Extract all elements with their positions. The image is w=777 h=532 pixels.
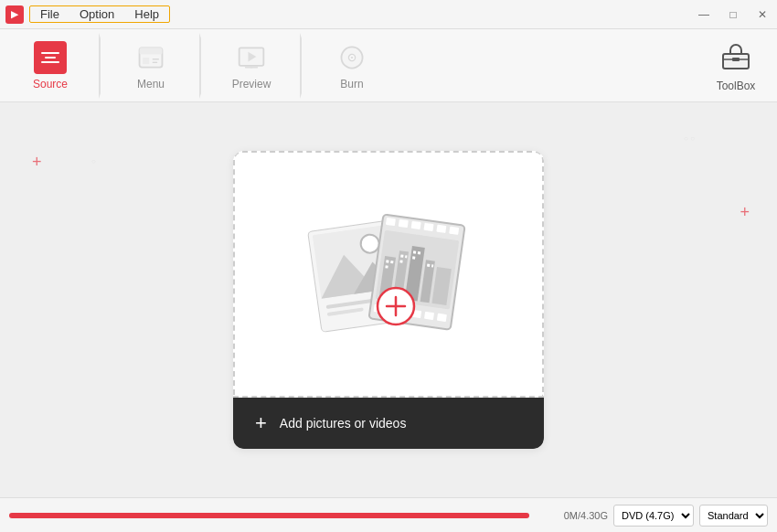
close-button[interactable]: ✕ [748,0,777,29]
deco-plus-right: + [740,203,750,222]
toolbar-source[interactable]: Source [9,33,91,99]
progress-track [9,513,529,518]
svg-rect-35 [424,312,434,320]
app-icon: ▶ [5,5,24,24]
svg-rect-48 [399,260,402,262]
burn-label: Burn [340,78,363,90]
disc-select[interactable]: DVD (4.7G) BD-25 BD-50 [613,505,694,527]
toolbar-preview[interactable]: Preview [210,33,293,99]
drop-zone[interactable]: + Add pictures or videos [233,151,544,449]
toolbar-toolbox[interactable]: ToolBox [704,33,768,99]
add-plus-icon: + [255,411,267,435]
toolbar: Source Menu Preview [0,29,777,102]
deco-plus-left: + [32,153,42,172]
toolbox-icon [719,39,752,78]
svg-rect-29 [436,225,446,233]
toolbar-burn[interactable]: Burn [311,33,393,99]
toolbar-arrow-1 [91,33,110,99]
svg-rect-44 [390,261,393,263]
menu-icon [134,41,167,74]
minimize-button[interactable]: — [689,0,718,29]
window-controls: — □ ✕ [689,0,777,29]
status-bar: 0M/4.30G DVD (4.7G) BD-25 BD-50 Standard… [0,497,777,532]
preview-label: Preview [232,78,271,90]
source-label: Source [33,78,68,90]
menu-file[interactable]: File [30,6,69,22]
svg-rect-47 [405,255,407,258]
svg-rect-53 [431,264,433,267]
toolbox-label: ToolBox [717,80,756,92]
svg-rect-43 [386,260,388,262]
title-bar: ▶ File Option Help — □ ✕ [0,0,777,29]
source-icon [34,41,67,74]
maximize-button[interactable]: □ [718,0,748,29]
svg-rect-36 [437,314,447,322]
burn-icon [335,41,368,74]
svg-rect-28 [424,223,434,231]
svg-rect-50 [418,251,420,254]
menu-bar: File Option Help [29,5,170,23]
svg-rect-30 [449,227,459,235]
svg-rect-51 [412,256,415,259]
svg-point-11 [351,56,354,59]
svg-rect-27 [411,221,421,229]
toolbar-menu[interactable]: Menu [110,33,192,99]
menu-option[interactable]: Option [69,6,124,22]
svg-rect-46 [400,254,403,257]
svg-rect-49 [413,250,416,253]
main-area: + + ○ ○ ○ [0,102,777,497]
quality-select[interactable]: Standard High Custom [699,505,768,527]
add-bar[interactable]: + Add pictures or videos [233,398,544,449]
toolbar-arrow-3 [293,33,311,99]
deco-dot-1: ○ ○ [684,134,695,143]
menu-label: Menu [137,78,165,90]
svg-rect-1 [140,48,163,54]
toolbar-arrow-2 [192,33,210,99]
svg-rect-52 [427,264,430,267]
svg-rect-8 [250,65,252,68]
svg-rect-26 [399,219,409,228]
add-label: Add pictures or videos [280,416,407,431]
menu-help[interactable]: Help [124,6,169,22]
svg-rect-25 [386,218,396,226]
svg-rect-13 [732,58,740,61]
preview-icon [235,41,268,74]
drop-zone-inner [233,151,544,398]
svg-rect-45 [385,265,388,268]
deco-dot-2: ○ [91,157,96,165]
svg-rect-2 [143,58,149,64]
media-illustration [297,197,480,361]
size-info: 0M/4.30G [535,510,608,521]
